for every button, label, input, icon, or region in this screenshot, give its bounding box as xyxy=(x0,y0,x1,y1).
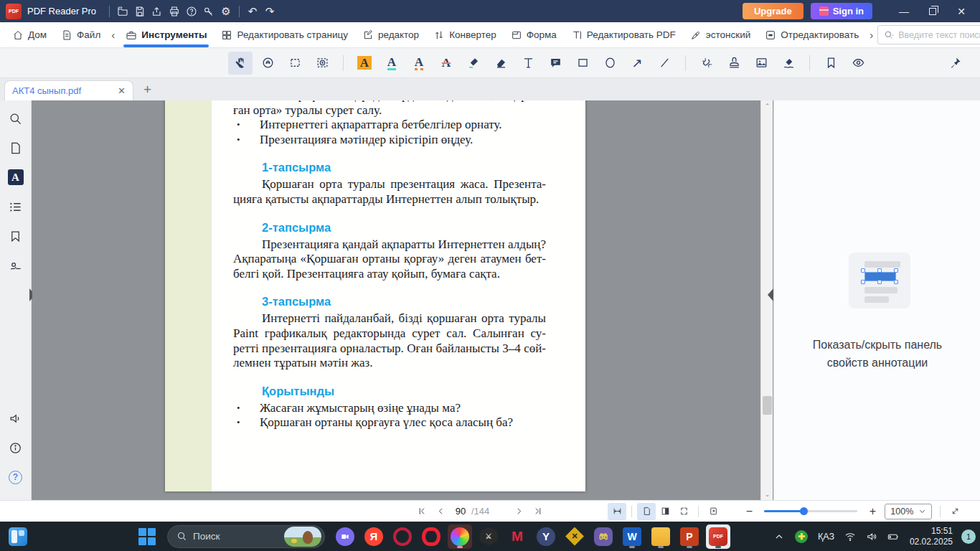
scrollbar-thumb[interactable] xyxy=(763,396,772,415)
widgets-icon[interactable] xyxy=(6,524,30,549)
menu-edit-pdf[interactable]: Редактировать PDF xyxy=(565,22,682,47)
reading-mode-button[interactable] xyxy=(704,503,722,520)
app-video-chat[interactable] xyxy=(333,524,357,549)
zoom-in-button[interactable]: + xyxy=(863,503,882,520)
document-area[interactable]: Paint графикалық редакторды пайдаланып, … xyxy=(32,100,762,500)
current-page-input[interactable]: 90 xyxy=(450,506,471,517)
antivirus-tray-icon[interactable]: ✚ xyxy=(791,524,811,549)
language-indicator[interactable]: ҚАЗ xyxy=(814,524,838,549)
collapse-right-panel-handle[interactable] xyxy=(768,288,773,301)
tray-expand-icon[interactable] xyxy=(770,524,788,549)
translate-tool-icon[interactable] xyxy=(255,52,280,75)
zoom-level-dropdown[interactable]: 100% xyxy=(885,504,932,519)
app-y-service[interactable]: Y xyxy=(534,524,558,549)
menu-estonian[interactable]: эстонский xyxy=(684,22,757,47)
signin-button[interactable]: Sign in xyxy=(811,3,872,19)
scroll-up-icon[interactable]: ⌃ xyxy=(761,100,773,112)
battery-icon[interactable] xyxy=(884,524,903,549)
redo-icon[interactable]: ↷ xyxy=(261,3,278,20)
search-input[interactable] xyxy=(898,30,980,40)
prev-page-button[interactable] xyxy=(431,503,450,520)
taskbar-clock[interactable]: 15:51 02.02.2025 xyxy=(905,526,957,547)
menu-home[interactable]: Дом xyxy=(6,22,53,47)
sidebar-search-icon[interactable] xyxy=(5,108,27,129)
app-world-of-tanks[interactable]: ⚔ xyxy=(476,524,501,549)
hand-tool-icon[interactable] xyxy=(228,52,253,75)
app-opera-gx[interactable] xyxy=(390,524,415,549)
zoom-slider-thumb[interactable] xyxy=(800,507,808,515)
app-file-explorer[interactable] xyxy=(649,524,673,549)
rectangle-tool-icon[interactable] xyxy=(570,52,595,75)
menu-tools[interactable]: Инструменты xyxy=(119,22,213,47)
app-gold-emblem[interactable]: ✕ xyxy=(562,524,587,549)
strikethrough-tool-icon[interactable]: A xyxy=(434,52,458,75)
app-pdf-reader-pro-active[interactable]: PDF xyxy=(706,524,730,549)
underline-tool-icon[interactable]: A xyxy=(380,52,404,75)
squiggly-underline-tool-icon[interactable]: A xyxy=(407,52,431,75)
undo-icon[interactable]: ↶ xyxy=(244,3,261,20)
app-powerpoint[interactable]: P xyxy=(677,524,702,549)
link-tool-icon[interactable] xyxy=(694,52,719,75)
sidebar-thumbnails-icon[interactable] xyxy=(5,137,27,159)
eraser-icon[interactable] xyxy=(489,52,513,75)
text-tool-icon[interactable] xyxy=(516,52,540,75)
menu-file[interactable]: Файл xyxy=(55,22,107,47)
first-page-button[interactable] xyxy=(413,503,431,520)
menu-converter[interactable]: Конвертер xyxy=(427,22,503,47)
document-tab[interactable]: АКТ4 сынып.pdf ✕ xyxy=(4,80,133,100)
taskbar-search[interactable]: Поиск xyxy=(167,525,325,548)
bookmark-tool-icon[interactable] xyxy=(819,52,843,75)
two-page-view-button[interactable] xyxy=(656,503,674,520)
app-match[interactable]: М xyxy=(505,524,529,549)
scroll-down-icon[interactable]: ⌄ xyxy=(761,489,773,500)
notification-badge[interactable]: 1 xyxy=(961,529,976,544)
app-word[interactable]: W xyxy=(620,524,644,549)
marquee-select-icon[interactable] xyxy=(283,52,307,75)
settings-icon[interactable]: ⚙ xyxy=(217,3,235,20)
help-circle-icon[interactable]: ? xyxy=(5,466,27,488)
close-button[interactable]: ✕ xyxy=(947,1,976,22)
signature-tool-icon[interactable] xyxy=(776,52,801,75)
new-tab-button[interactable]: + xyxy=(143,82,151,98)
highlight-tool-icon[interactable]: A xyxy=(352,52,377,75)
stamp-tool-icon[interactable] xyxy=(722,52,746,75)
app-opera[interactable] xyxy=(419,524,443,549)
tab-close-icon[interactable]: ✕ xyxy=(118,85,126,96)
arrow-tool-icon[interactable]: ↗ xyxy=(625,52,649,75)
page-grid-view-button[interactable] xyxy=(674,503,693,520)
app-yandex-browser[interactable]: Я xyxy=(362,524,386,549)
sidebar-annotations-icon[interactable]: A xyxy=(5,166,27,188)
info-icon[interactable] xyxy=(5,437,27,458)
menu-scroll-right-icon[interactable]: › xyxy=(867,29,876,41)
zoom-slider[interactable] xyxy=(764,510,857,512)
open-file-icon[interactable] xyxy=(114,3,131,20)
menu-redact[interactable]: Отредактировать xyxy=(758,22,865,47)
menu-editor[interactable]: редактор xyxy=(356,22,425,47)
restore-button[interactable] xyxy=(918,1,947,22)
start-button[interactable] xyxy=(135,524,159,549)
ellipse-tool-icon[interactable] xyxy=(598,52,622,75)
help-icon[interactable] xyxy=(183,3,200,20)
image-tool-icon[interactable] xyxy=(749,52,773,75)
print-icon[interactable] xyxy=(166,3,183,20)
line-tool-icon[interactable] xyxy=(652,52,677,75)
sidebar-bookmarks-icon[interactable] xyxy=(5,225,27,247)
fit-width-button[interactable] xyxy=(608,503,626,520)
wifi-icon[interactable] xyxy=(841,524,859,549)
upgrade-button[interactable]: Upgrade xyxy=(743,3,804,19)
share-icon[interactable] xyxy=(149,3,166,20)
key-icon[interactable] xyxy=(200,3,217,20)
zoom-out-button[interactable]: − xyxy=(740,503,758,520)
last-page-button[interactable] xyxy=(528,503,547,520)
freehand-pen-icon[interactable] xyxy=(461,52,486,75)
next-page-button[interactable] xyxy=(509,503,528,520)
pin-toolbar-icon[interactable] xyxy=(943,52,967,75)
zoom-marquee-icon[interactable] xyxy=(310,52,334,75)
save-icon[interactable] xyxy=(131,3,149,20)
fullscreen-button[interactable] xyxy=(946,503,964,520)
read-aloud-icon[interactable] xyxy=(5,408,27,429)
menu-edit-page[interactable]: Редактировать страницу xyxy=(215,22,354,47)
comment-tool-icon[interactable] xyxy=(543,52,567,75)
sidebar-outline-icon[interactable] xyxy=(5,196,27,217)
app-browser-active[interactable] xyxy=(448,524,472,549)
